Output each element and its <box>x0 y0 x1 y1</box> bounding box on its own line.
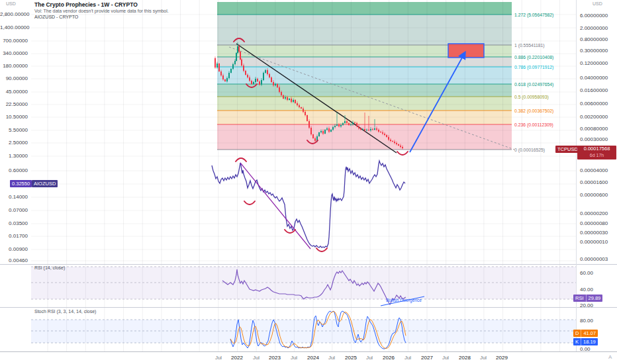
candle-body <box>249 77 250 81</box>
candle-body <box>230 69 232 73</box>
chart-legend[interactable]: The Crypto Prophecies - 1W - CRYPTO Vol:… <box>34 1 169 19</box>
candle-body <box>372 129 373 130</box>
left-axis-tick: 10.50000 <box>0 114 28 120</box>
compare-price-badge: 0.32550 <box>10 180 32 187</box>
left-axis-tick: 0.03500 <box>0 220 28 226</box>
right-axis-tick: 0.00000010 <box>580 239 608 245</box>
candle-body <box>255 79 256 82</box>
candle-body <box>245 71 246 75</box>
candle-body <box>308 121 310 128</box>
candle-body <box>243 66 244 71</box>
right-axis-tick: 0.80000000 <box>580 36 608 42</box>
candle-body <box>394 142 395 143</box>
left-axis-tick: 340.00000 <box>0 50 28 56</box>
bar-countdown: 6d 17h <box>577 152 616 159</box>
left-axis-tick: 0.14000 <box>0 194 28 200</box>
candle-body <box>338 124 340 126</box>
candle-body <box>326 128 328 130</box>
left-axis-unit: USD <box>6 1 16 6</box>
left-axis-tick: 700.00000 <box>0 38 28 44</box>
candle-body <box>285 97 286 99</box>
candle-body <box>275 84 276 85</box>
candle-body <box>382 132 383 134</box>
time-axis-tick: 2027 <box>421 355 433 361</box>
time-axis-tick: 2024 <box>307 355 319 361</box>
last-price-badge: 0.00017568 6d 17h <box>577 146 616 159</box>
candle-body <box>336 124 338 126</box>
left-axis-tick: 0.00460 <box>0 257 28 263</box>
stoch-pane-label[interactable]: Stoch RSI (3, 3, 14, 14, close) <box>34 309 96 314</box>
fib-band <box>217 97 512 111</box>
right-axis-tick: 0.00000030 <box>580 230 608 236</box>
candle-body <box>222 75 224 79</box>
candle-body <box>322 131 324 134</box>
right-axis-tick: 0.00000003 <box>580 256 608 262</box>
candle-body <box>330 130 332 132</box>
candle-body <box>400 146 401 147</box>
left-axis-tick: 180.00000 <box>0 63 28 69</box>
candle-body <box>273 82 274 85</box>
right-axis-tick: 0.01600000 <box>580 87 608 93</box>
compare-symbol-label[interactable]: AIOZUSD - CRYPTO <box>34 15 169 19</box>
rsi-badge-value: 29.89 <box>586 295 603 302</box>
time-axis-tick: Jul <box>215 355 222 361</box>
corner-mark[interactable]: A <box>608 354 612 360</box>
time-axis-tick: Jul <box>442 355 449 361</box>
candle-body <box>301 107 302 109</box>
symbol-title[interactable]: The Crypto Prophecies - 1W - CRYPTO <box>34 1 169 8</box>
rsi-value-badge: RSI 29.89 <box>573 295 602 302</box>
candle-body <box>247 75 248 77</box>
bullish-divergence-label[interactable]: Bullish Divergence <box>386 298 422 302</box>
rsi-axis-tick: 20.00 <box>580 302 593 308</box>
candle-body <box>344 121 346 123</box>
fib-level-label: 0.618 (0.02497654) <box>514 82 553 87</box>
right-axis-tick: 0.00001600 <box>580 179 608 185</box>
candle-body <box>328 128 330 132</box>
time-axis-tick: 2026 <box>383 355 395 361</box>
candle-body <box>295 100 296 103</box>
fib-level-label: 0.5 (0.00958093) <box>514 95 549 99</box>
candle-body <box>299 105 300 107</box>
candle-body <box>356 123 357 126</box>
right-axis-tick: 6.00000000 <box>580 13 608 19</box>
candle-body <box>237 46 238 53</box>
fib-band <box>217 2 512 15</box>
time-axis-tick: 2025 <box>345 355 357 361</box>
time-axis-tick: 2029 <box>496 355 508 361</box>
left-axis-tick: 0.00900 <box>0 246 28 252</box>
candle-body <box>265 70 266 73</box>
candle-body <box>364 129 365 130</box>
fib-band <box>217 15 512 45</box>
rsi-pane-label[interactable]: RSI (14, close) <box>34 265 65 270</box>
fib-level-label: 0.886 (0.22010408) <box>514 55 553 60</box>
candle-body <box>259 81 260 85</box>
candle-body <box>232 64 234 69</box>
candle-body <box>303 109 304 112</box>
candle-body <box>340 125 342 126</box>
candle-body <box>396 143 397 144</box>
candle-body <box>216 64 218 68</box>
symbol-tag[interactable]: TCPUSD <box>555 146 580 153</box>
stoch-d-label: D <box>573 330 581 337</box>
left-axis-tick: 2,800.00000 <box>0 11 28 17</box>
candle-body <box>261 80 262 85</box>
right-axis-tick: 0.00080000 <box>580 126 608 132</box>
candle-body <box>350 124 352 125</box>
compare-symbol-text: AIOZUSD <box>32 180 58 187</box>
left-axis-tick: 1,400.00000 <box>0 24 28 30</box>
compare-symbol-tag[interactable]: AIOZUSD <box>32 180 58 187</box>
fib-band <box>217 57 512 67</box>
candle-body <box>224 79 226 81</box>
candle-body <box>293 100 294 102</box>
candle-body <box>283 95 284 99</box>
left-axis-tick: 0.07000 <box>0 207 28 213</box>
candle-body <box>253 82 254 84</box>
candle-body <box>257 79 258 81</box>
stoch-zone <box>31 320 576 343</box>
candle-body <box>388 137 389 140</box>
candle-body <box>386 135 387 137</box>
left-axis-tick: 45.00000 <box>0 89 28 95</box>
candle-body <box>366 130 367 130</box>
candle-body <box>277 84 278 87</box>
trough-arc-marker <box>244 201 255 205</box>
